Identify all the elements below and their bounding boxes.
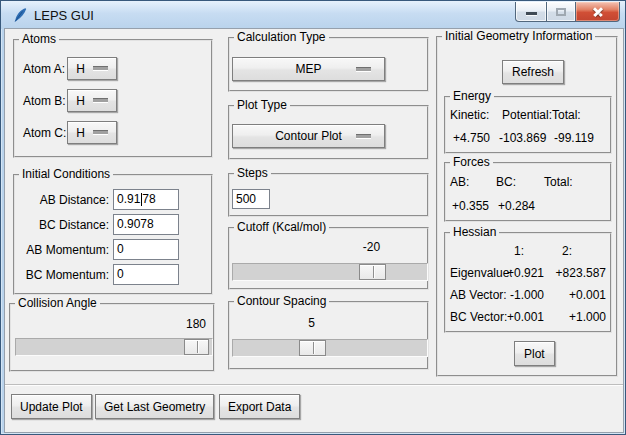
- feather-icon: [12, 7, 28, 23]
- geometry-info-legend: Initial Geometry Information: [442, 29, 595, 43]
- close-button[interactable]: [576, 2, 620, 22]
- contour-spacing-legend: Contour Spacing: [234, 294, 329, 308]
- minimize-button[interactable]: [515, 2, 547, 22]
- atoms-group: Atoms Atom A: H Atom B: H Atom C: H: [13, 39, 213, 158]
- collision-angle-group: Collision Angle 180: [9, 303, 215, 372]
- cutoff-value: -20: [358, 240, 385, 254]
- hessian-group: Hessian 1: 2: Eigenvalue: +0.921 +823.58…: [444, 232, 612, 333]
- cutoff-group: Cutoff (Kcal/mol) -20: [228, 227, 429, 290]
- get-last-geometry-button[interactable]: Get Last Geometry: [95, 394, 214, 419]
- energy-legend: Energy: [450, 89, 494, 103]
- energy-potential-value: -103.869: [499, 131, 546, 145]
- atom-c-label: Atom C:: [23, 126, 66, 140]
- dash-icon: [93, 67, 108, 70]
- maximize-button[interactable]: [547, 2, 576, 22]
- steps-value: 500: [236, 192, 256, 206]
- contour-spacing-slider[interactable]: [232, 339, 428, 357]
- contour-spacing-slider-handle[interactable]: [299, 340, 326, 356]
- energy-total-header: Total:: [552, 108, 581, 122]
- collision-angle-value: 180: [183, 317, 209, 331]
- ab-distance-value-pre: 0.91: [117, 192, 140, 206]
- hessian-bc-vector-v2: +1.000: [546, 310, 606, 324]
- bc-momentum-field[interactable]: 0: [113, 264, 179, 285]
- energy-group: Energy Kinetic: Potential: Total: +4.750…: [444, 96, 612, 154]
- calculation-type-legend: Calculation Type: [234, 30, 329, 44]
- energy-potential-header: Potential:: [502, 108, 552, 122]
- bc-distance-field[interactable]: 0.9078: [113, 214, 179, 235]
- close-icon: [576, 2, 619, 21]
- hessian-eigenvalue-v1: +0.921: [498, 266, 544, 280]
- forces-bc-header: BC:: [496, 175, 516, 189]
- forces-total-header: Total:: [544, 175, 573, 189]
- forces-legend: Forces: [450, 155, 493, 169]
- atom-b-label: Atom B:: [23, 94, 66, 108]
- hessian-ab-vector-v1: -1.000: [498, 288, 544, 302]
- bc-momentum-value: 0: [117, 267, 124, 281]
- dash-icon: [356, 68, 371, 71]
- atom-b-optionmenu[interactable]: H: [67, 89, 117, 112]
- contour-spacing-group: Contour Spacing 5: [228, 301, 429, 370]
- calculation-type-optionmenu[interactable]: MEP: [232, 57, 385, 81]
- forces-group: Forces AB: BC: Total: +0.355 +0.284: [444, 162, 612, 222]
- atom-c-value: H: [76, 126, 85, 140]
- collision-angle-slider-handle[interactable]: [184, 339, 209, 355]
- client-area: Atoms Atom A: H Atom B: H Atom C: H Init…: [5, 29, 623, 432]
- update-plot-button[interactable]: Update Plot: [11, 394, 92, 419]
- plot-type-group: Plot Type Contour Plot: [228, 105, 429, 160]
- plot-type-value: Contour Plot: [275, 129, 342, 143]
- plot-button[interactable]: Plot: [514, 341, 555, 366]
- forces-ab-value: +0.355: [452, 199, 489, 213]
- hessian-col2-header: 2:: [562, 244, 572, 258]
- atom-b-value: H: [76, 94, 85, 108]
- plot-type-legend: Plot Type: [234, 98, 290, 112]
- refresh-button[interactable]: Refresh: [502, 60, 564, 84]
- app-window: LEPS GUI Atoms Atom A: H Atom B: H: [0, 0, 626, 435]
- bc-distance-label: BC Distance:: [15, 218, 109, 232]
- ab-distance-label: AB Distance:: [15, 193, 109, 207]
- calculation-type-value: MEP: [295, 62, 321, 76]
- maximize-icon: [556, 8, 566, 16]
- calculation-type-group: Calculation Type MEP: [228, 37, 429, 92]
- bc-distance-value: 0.9078: [117, 217, 154, 231]
- ab-momentum-value: 0: [117, 242, 124, 256]
- collision-angle-slider[interactable]: [15, 338, 213, 356]
- cutoff-legend: Cutoff (Kcal/mol): [234, 220, 329, 234]
- steps-group: Steps 500: [228, 173, 429, 217]
- dash-icon: [356, 135, 371, 138]
- ab-momentum-field[interactable]: 0: [113, 239, 179, 260]
- atom-a-optionmenu[interactable]: H: [67, 57, 117, 80]
- hessian-eigenvalue-v2: +823.587: [546, 266, 606, 280]
- atoms-legend: Atoms: [19, 32, 59, 46]
- hessian-bc-vector-v1: +0.001: [498, 310, 544, 324]
- initial-conditions-group: Initial Conditions AB Distance: 0.9178 B…: [13, 174, 213, 295]
- bc-momentum-label: BC Momentum:: [15, 268, 109, 282]
- initial-conditions-legend: Initial Conditions: [19, 167, 113, 181]
- dash-icon: [93, 131, 108, 134]
- ab-distance-value-post: 78: [142, 192, 155, 206]
- steps-legend: Steps: [234, 166, 271, 180]
- forces-bc-value: +0.284: [498, 199, 535, 213]
- forces-ab-header: AB:: [450, 175, 469, 189]
- plot-type-optionmenu[interactable]: Contour Plot: [232, 124, 385, 148]
- atom-c-optionmenu[interactable]: H: [67, 121, 117, 144]
- footer-bar: Update Plot Get Last Geometry Export Dat…: [5, 384, 623, 432]
- titlebar[interactable]: LEPS GUI: [1, 1, 625, 29]
- steps-field[interactable]: 500: [232, 189, 270, 209]
- hessian-ab-vector-v2: +0.001: [546, 288, 606, 302]
- hessian-col1-header: 1:: [514, 244, 524, 258]
- atom-a-label: Atom A:: [23, 62, 65, 76]
- cutoff-slider[interactable]: [232, 263, 428, 281]
- collision-angle-legend: Collision Angle: [15, 296, 100, 310]
- energy-kinetic-value: +4.750: [453, 131, 490, 145]
- export-data-button[interactable]: Export Data: [219, 394, 300, 419]
- dash-icon: [93, 99, 108, 102]
- contour-spacing-value: 5: [298, 316, 325, 330]
- ab-momentum-label: AB Momentum:: [15, 243, 109, 257]
- minimize-icon: [526, 12, 537, 15]
- geometry-info-group: Initial Geometry Information Refresh Ene…: [436, 36, 618, 377]
- cutoff-slider-handle[interactable]: [359, 264, 386, 280]
- window-title: LEPS GUI: [34, 8, 94, 23]
- energy-total-value: -99.119: [554, 131, 594, 145]
- ab-distance-field[interactable]: 0.9178: [113, 189, 179, 210]
- hessian-legend: Hessian: [450, 225, 499, 239]
